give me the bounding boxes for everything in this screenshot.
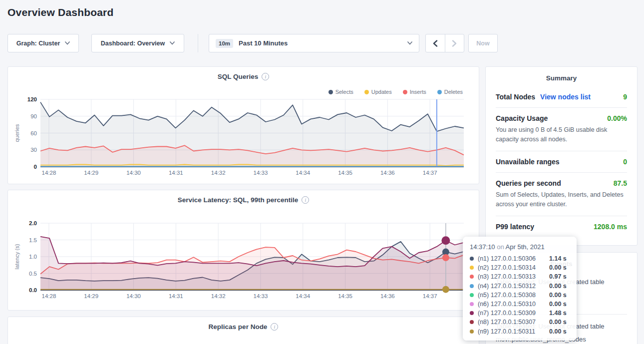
view-nodes-list-link[interactable]: View nodes list bbox=[540, 93, 591, 101]
x-axis-tick-label: 14:32 bbox=[211, 170, 226, 176]
summary-panel: Summary Total NodesView nodes list9Capac… bbox=[485, 66, 638, 246]
tooltip-row: (n9) 127.0.0.1:503110.00 s bbox=[470, 327, 570, 336]
summary-row-value: 0.00% bbox=[607, 114, 627, 122]
x-axis-tick-label: 14:37 bbox=[423, 170, 437, 176]
summary-heading: Summary bbox=[486, 67, 637, 86]
node-color-dot-icon bbox=[470, 311, 474, 315]
tooltip-node-latency: 1.48 s bbox=[549, 310, 570, 317]
time-step-back-button[interactable] bbox=[426, 34, 445, 52]
node-color-dot-icon bbox=[470, 275, 474, 279]
x-axis-tick-label: 14:28 bbox=[42, 293, 56, 299]
tooltip-node-address: (n2) 127.0.0.1:50314 bbox=[478, 264, 549, 271]
time-step-forward-button[interactable] bbox=[445, 34, 464, 52]
summary-row-description: Sum of Selects, Updates, Inserts, and De… bbox=[496, 190, 627, 209]
node-color-dot-icon bbox=[470, 320, 474, 324]
x-axis-tick-label: 14:35 bbox=[338, 293, 352, 299]
tooltip-timestamp: 14:37:10 on Apr 5th, 2021 bbox=[470, 243, 570, 251]
chevron-down-icon bbox=[170, 41, 175, 45]
summary-row-label: Unavailable ranges bbox=[496, 158, 560, 166]
sql-queries-panel: SQL Queries i SelectsUpdatesInsertsDelet… bbox=[7, 66, 479, 184]
x-axis-tick-label: 14:30 bbox=[126, 170, 141, 176]
chevron-right-icon bbox=[452, 40, 457, 47]
x-axis-tick-label: 14:32 bbox=[211, 293, 226, 299]
tooltip-node-latency: 0.00 s bbox=[549, 283, 570, 290]
tooltip-node-address: (n4) 127.0.0.1:50312 bbox=[478, 283, 549, 290]
y-axis-title: latency (s) bbox=[14, 244, 20, 270]
x-axis-tick-label: 14:31 bbox=[169, 170, 183, 176]
chevron-left-icon bbox=[433, 40, 438, 47]
summary-row: Capacity Usage0.00%You are using 0 B of … bbox=[496, 107, 627, 151]
graph-dropdown-label: Graph: Cluster bbox=[16, 40, 60, 47]
x-axis-tick-label: 14:33 bbox=[254, 170, 268, 176]
summary-row-label: Capacity Usage bbox=[496, 114, 548, 122]
tooltip-row: (n7) 127.0.0.1:503091.48 s bbox=[470, 309, 570, 318]
graph-dropdown[interactable]: Graph: Cluster bbox=[7, 34, 79, 52]
summary-row: Queries per second87.5Sum of Selects, Up… bbox=[496, 172, 627, 216]
tooltip-node-latency: 0.00 s bbox=[549, 264, 570, 271]
dashboard-dropdown[interactable]: Dashboard: Overview bbox=[91, 34, 184, 52]
time-step-control bbox=[425, 34, 464, 52]
tooltip-node-latency: 1.14 s bbox=[549, 255, 570, 262]
tooltip-node-latency: 0.00 s bbox=[549, 301, 570, 308]
tooltip-row: (n8) 127.0.0.1:503070.00 s bbox=[470, 318, 570, 327]
y-axis-tick-label: 120 bbox=[27, 96, 37, 102]
x-axis-tick-label: 14:33 bbox=[254, 293, 268, 299]
y-axis-tick-label: 1.5 bbox=[29, 237, 37, 243]
tooltip-node-address: (n6) 127.0.0.1:50310 bbox=[478, 301, 549, 308]
summary-row-value: 87.5 bbox=[614, 179, 627, 187]
hover-point-dot bbox=[442, 254, 449, 261]
summary-row: P99 latency1208.0 ms bbox=[496, 216, 627, 237]
summary-row: Total NodesView nodes list9 bbox=[496, 86, 627, 107]
x-axis-tick-label: 14:36 bbox=[380, 170, 395, 176]
y-axis-tick-label: 0 bbox=[34, 164, 37, 170]
x-axis-tick-label: 14:28 bbox=[42, 170, 56, 176]
x-axis-tick-label: 14:29 bbox=[84, 293, 98, 299]
summary-row-label: Total Nodes bbox=[496, 93, 535, 101]
chart-hover-tooltip: 14:37:10 on Apr 5th, 2021 (n1) 127.0.0.1… bbox=[463, 237, 577, 341]
sql-queries-chart[interactable]: 14:2814:2914:3014:3114:3214:3314:3414:35… bbox=[8, 67, 479, 184]
summary-row-label: P99 latency bbox=[496, 223, 534, 231]
tooltip-node-address: (n3) 127.0.0.1:50313 bbox=[478, 273, 549, 280]
time-range-badge: 10m bbox=[216, 39, 233, 48]
x-axis-tick-label: 14:30 bbox=[126, 293, 141, 299]
time-range-dropdown[interactable]: 10m Past 10 Minutes bbox=[209, 34, 419, 52]
hover-point-dot bbox=[442, 286, 449, 293]
x-axis-tick-label: 14:37 bbox=[423, 293, 437, 299]
tooltip-node-latency: 0.97 s bbox=[549, 273, 570, 280]
summary-row: Unavailable ranges0 bbox=[496, 151, 627, 172]
now-button[interactable]: Now bbox=[468, 34, 498, 52]
x-axis-tick-label: 14:34 bbox=[296, 170, 310, 176]
y-axis-tick-label: 0.5 bbox=[29, 271, 37, 277]
tooltip-node-address: (n9) 127.0.0.1:50311 bbox=[478, 328, 549, 335]
node-color-dot-icon bbox=[470, 266, 474, 270]
chevron-down-icon bbox=[65, 41, 70, 45]
y-axis-tick-label: 2.0 bbox=[29, 220, 37, 226]
hover-point-dot bbox=[441, 236, 450, 245]
tooltip-node-address: (n1) 127.0.0.1:50306 bbox=[478, 255, 549, 262]
tooltip-node-latency: 0.00 s bbox=[549, 292, 570, 299]
tooltip-row: (n3) 127.0.0.1:503130.97 s bbox=[470, 272, 570, 281]
tooltip-row: (n6) 127.0.0.1:503100.00 s bbox=[470, 300, 570, 309]
replicas-per-node-panel: Replicas per Node i bbox=[7, 317, 479, 344]
time-range-label: Past 10 Minutes bbox=[239, 39, 288, 47]
info-icon[interactable]: i bbox=[271, 323, 278, 331]
toolbar-divider bbox=[198, 34, 198, 52]
service-latency-chart[interactable]: 14:2814:2914:3014:3114:3214:3314:3414:35… bbox=[8, 190, 479, 310]
summary-row-description: You are using 0 B of 4.5 GiB usable disk… bbox=[496, 125, 627, 144]
node-color-dot-icon bbox=[470, 257, 474, 261]
node-color-dot-icon bbox=[470, 302, 474, 306]
tooltip-node-address: (n5) 127.0.0.1:50308 bbox=[478, 292, 549, 299]
summary-rows: Total NodesView nodes list9Capacity Usag… bbox=[486, 86, 637, 237]
summary-row-value: 9 bbox=[623, 93, 627, 101]
tooltip-row: (n1) 127.0.0.1:503061.14 s bbox=[470, 254, 570, 263]
node-color-dot-icon bbox=[470, 330, 474, 334]
dashboard-dropdown-label: Dashboard: Overview bbox=[101, 40, 165, 47]
y-axis-tick-label: 0.0 bbox=[29, 287, 37, 293]
x-axis-tick-label: 14:35 bbox=[338, 170, 352, 176]
tooltip-row: (n5) 127.0.0.1:503080.00 s bbox=[470, 291, 570, 300]
tooltip-node-address: (n8) 127.0.0.1:50307 bbox=[478, 319, 549, 326]
y-axis-tick-label: 60 bbox=[30, 130, 37, 136]
y-axis-tick-label: 1.0 bbox=[29, 254, 37, 260]
tooltip-row: (n2) 127.0.0.1:503140.00 s bbox=[470, 263, 570, 272]
tooltip-row: (n4) 127.0.0.1:503120.00 s bbox=[470, 282, 570, 291]
